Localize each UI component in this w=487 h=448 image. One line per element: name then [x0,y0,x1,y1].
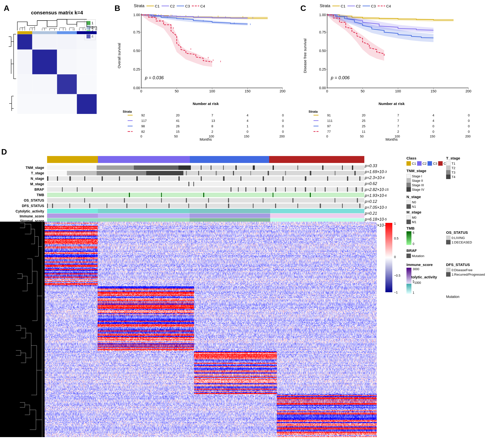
svg-rect-253 [97,171,146,175]
svg-rect-329 [126,204,127,208]
svg-text:111: 111 [327,119,333,123]
t1: T1 [446,161,460,166]
os-deceased: 1:DECEASED [446,240,472,244]
n0: N0 [406,200,486,204]
svg-text:20: 20 [176,113,179,117]
svg-rect-326 [69,204,70,208]
svg-text:0: 0 [326,89,328,93]
svg-text:100: 100 [395,89,401,93]
tnm-s2-label: Stage II [412,179,423,183]
svg-text:4: 4 [247,119,248,123]
svg-rect-300 [347,187,348,192]
svg-text:1: 1 [247,124,248,128]
svg-rect-264 [354,171,356,175]
svg-rect-61 [77,74,97,94]
km-c-strata-label: Strata [320,4,330,8]
svg-text:0.25: 0.25 [133,67,140,71]
svg-rect-284 [47,182,364,186]
svg-rect-335 [253,204,254,208]
svg-text:150: 150 [430,89,436,93]
class-bar-c2 [98,156,190,163]
svg-rect-237 [97,165,134,170]
svg-rect-336 [275,204,276,208]
km-c-risk-svg: Strata 91 20 7 4 0 111 25 7 4 0 [300,106,473,139]
svg-text:Strata: Strata [123,110,132,113]
km-b-risk-title: Number at risk [114,102,297,106]
pval-dfs: p=7.05×10-3 [365,205,389,211]
svg-rect-328 [107,204,107,208]
os-living: 0:LIVING [446,236,472,240]
class-bar-c1 [47,156,98,163]
svg-text:50: 50 [174,134,178,138]
pval-m: p=0.62 [365,181,389,187]
svg-text:3000: 3000 [413,267,419,271]
class-c1-label: C1 [412,162,416,165]
svg-text:0: 0 [413,242,414,246]
svg-text:0: 0 [282,119,284,123]
tnm-s4-swatch [406,187,411,192]
dfs-recurred: 1:Recurred/Progressed [446,272,485,277]
strata-b-c4: C4 [192,4,205,8]
svg-rect-295 [295,187,296,192]
svg-rect-309 [203,193,204,197]
svg-text:25: 25 [362,124,365,128]
n1-swatch [406,204,411,209]
svg-text:0.25: 0.25 [319,67,326,71]
svg-rect-320 [292,198,293,203]
svg-rect-255 [186,171,187,175]
svg-rect-338 [320,204,321,208]
strata-b-c4-label: C4 [200,4,205,8]
svg-rect-283 [359,176,360,181]
strata-c-c3: C3 [363,4,376,8]
p-values-area: p=0.33 p=1.69×10-3 p=2.3×10-4 p=0.62 p=2… [365,163,389,228]
class-bar-c4 [269,156,364,163]
n0-label: N0 [412,200,416,204]
svg-rect-331 [169,204,170,208]
svg-rect-269 [84,176,85,181]
svg-rect-267 [57,176,58,181]
svg-rect-327 [89,204,90,208]
pval-tmb: p=1.93×10-6 [365,193,389,199]
svg-rect-239 [178,165,191,170]
svg-text:13: 13 [211,119,215,123]
svg-rect-318 [228,198,229,203]
svg-text:0.00: 0.00 [133,86,140,90]
svg-rect-262 [310,171,311,175]
strata-c-c1: C1 [332,4,345,8]
class-c2-swatch [417,161,422,166]
svg-rect-307 [129,193,130,197]
svg-text:0: 0 [468,119,470,123]
svg-rect-325 [52,204,53,208]
pval-os: p=0.12 [365,199,389,205]
strata-b-c2: C2 [162,4,175,8]
svg-rect-410 [385,223,392,292]
svg-text:0.5: 0.5 [394,237,399,240]
t3-label: T3 [452,171,455,174]
svg-rect-294 [285,187,286,192]
strata-b-c2-label: C2 [170,4,175,8]
m0-label: M0 [412,216,416,219]
svg-text:Strata: Strata [309,110,318,113]
svg-rect-285 [188,182,189,186]
svg-rect-37 [32,31,57,34]
svg-text:0: 0 [468,113,470,117]
svg-text:0.75: 0.75 [319,30,326,34]
t4-label: T4 [452,175,455,179]
m1-swatch [406,220,411,224]
svg-rect-343 [190,209,270,213]
strata-c-c4-label: C4 [386,4,391,8]
strata-c-c1-label: C1 [341,4,345,8]
svg-text:50: 50 [361,89,365,93]
km-b-strata-label: Strata [134,4,144,8]
svg-text:50: 50 [360,134,364,138]
svg-rect-339 [342,204,343,208]
svg-rect-347 [190,213,270,218]
t2-swatch [446,166,451,170]
svg-text:TNM_stage: TNM_stage [26,166,44,170]
n-stage-legend: N_stage N0 N1 [406,195,486,209]
svg-rect-278 [263,176,264,181]
km-c-strata-header: Strata C1 C2 C3 [320,4,478,8]
svg-rect-314 [124,198,125,203]
svg-text:150: 150 [244,134,249,138]
svg-rect-317 [208,198,209,203]
